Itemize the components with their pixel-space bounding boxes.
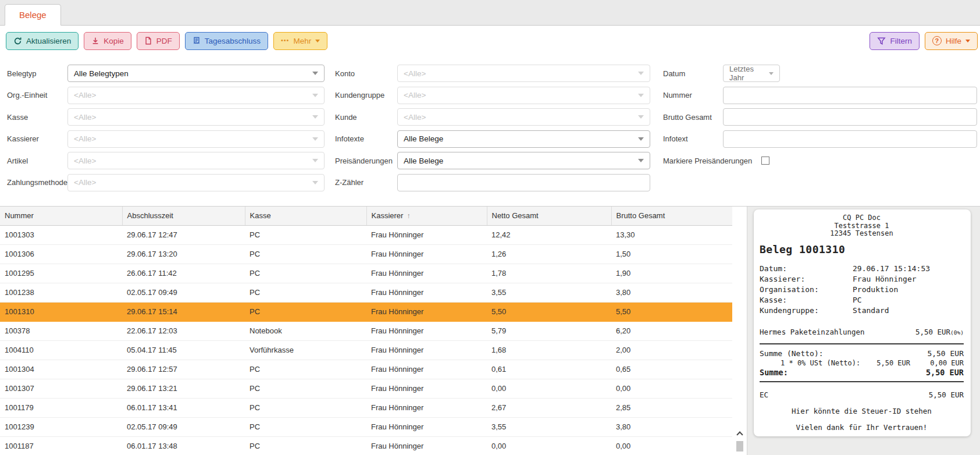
column-header-nummer[interactable]: Nummer bbox=[0, 207, 122, 225]
table-row[interactable]: 100130329.06.17 12:47PCFrau Hönninger12,… bbox=[0, 225, 732, 244]
filter-label-kunde: Kunde bbox=[335, 113, 397, 122]
table-row[interactable]: 100130629.06.17 13:20PCFrau Hönninger1,2… bbox=[0, 244, 732, 264]
filter-checkbox-markiere-preisaenderungen[interactable] bbox=[761, 157, 769, 165]
refresh-button[interactable]: Aktualisieren bbox=[6, 32, 79, 50]
filter-value-datum: Letztes Jahr bbox=[729, 65, 764, 82]
receipt-netto-row: Summe (Netto): 5,50 EUR bbox=[760, 349, 964, 358]
filter-value-zahlungsmethode: <Alle> bbox=[74, 178, 96, 187]
table-cell: 1001239 bbox=[0, 417, 122, 436]
receipt-payment-amount: 5,50 EUR bbox=[929, 390, 964, 399]
scrollbar-thumb[interactable] bbox=[736, 441, 743, 452]
table-row[interactable]: 100118706.01.17 13:48PCFrau Hönninger0,0… bbox=[0, 436, 732, 455]
filter-input-infotext[interactable] bbox=[723, 130, 977, 148]
table-row[interactable]: 100131029.06.17 15:14PCFrau Hönninger5,5… bbox=[0, 302, 732, 321]
filter-select-org-einheit[interactable]: <Alle> bbox=[67, 87, 325, 104]
help-button[interactable]: ? Hilfe bbox=[925, 32, 978, 50]
table-row[interactable]: 100411005.04.17 11:45VorführkasseFrau Hö… bbox=[0, 340, 732, 360]
receipt-ust-amount: 0,00 EUR bbox=[928, 358, 964, 368]
table-cell: 26.06.17 11:42 bbox=[122, 264, 245, 283]
table-row[interactable]: 100129526.06.17 11:42PCFrau Hönninger1,7… bbox=[0, 264, 732, 283]
table-cell: Frau Hönninger bbox=[366, 244, 487, 264]
filter-label-kasse: Kasse bbox=[7, 113, 67, 122]
filter-input-brutto-gesamt[interactable] bbox=[723, 108, 977, 126]
scroll-up-icon[interactable] bbox=[736, 431, 743, 438]
vertical-scrollbar[interactable] bbox=[735, 432, 744, 455]
receipt-footer-line: Hier könnte die Steuer-ID stehen bbox=[760, 407, 964, 415]
receipt-ust-label: 1 * 0% USt (Netto): bbox=[781, 358, 860, 368]
filter-value-belegtyp: Alle Belegtypen bbox=[74, 69, 129, 78]
receipt-detail-label: Organisation: bbox=[760, 285, 853, 295]
filter-input-z-zaehler[interactable] bbox=[397, 174, 650, 191]
filter-row-brutto-gesamt: Brutto Gesamt bbox=[663, 108, 977, 126]
column-header-netto-gesamt[interactable]: Netto Gesamt bbox=[487, 207, 611, 225]
table-header-row: Nummer Abschlusszeit Kasse Kassierer↑ Ne… bbox=[0, 207, 732, 225]
column-header-abschlusszeit[interactable]: Abschlusszeit bbox=[122, 207, 245, 225]
filter-select-kundengruppe[interactable]: <Alle> bbox=[397, 87, 650, 104]
table-body: 100130329.06.17 12:47PCFrau Hönninger12,… bbox=[0, 225, 732, 455]
table-cell: Frau Hönninger bbox=[366, 321, 487, 340]
copy-button[interactable]: Kopie bbox=[84, 32, 131, 50]
table-cell: 1001306 bbox=[0, 244, 122, 264]
column-header-kasse[interactable]: Kasse bbox=[245, 207, 366, 225]
filter-label-z-zaehler: Z-Zähler bbox=[335, 178, 397, 187]
filter-row-datum: DatumLetztes Jahr bbox=[663, 65, 977, 82]
receipt-detail-row: Datum:29.06.17 15:14:53 bbox=[760, 264, 964, 274]
filter-select-artikel[interactable]: <Alle> bbox=[67, 152, 325, 169]
filter-button[interactable]: Filtern bbox=[869, 32, 920, 50]
table-cell: 2,00 bbox=[611, 340, 732, 360]
chevron-down-icon bbox=[312, 137, 318, 141]
belege-table: Nummer Abschlusszeit Kasse Kassierer↑ Ne… bbox=[0, 207, 747, 455]
pdf-button[interactable]: PDF bbox=[137, 32, 180, 50]
filter-row-kassierer: Kassierer<Alle> bbox=[7, 130, 325, 148]
receipt-payment-label: EC bbox=[760, 390, 768, 399]
filter-select-konto[interactable]: <Alle> bbox=[397, 65, 650, 82]
filter-label-org-einheit: Org.-Einheit bbox=[7, 91, 67, 99]
chevron-down-icon bbox=[315, 40, 320, 42]
filter-select-kassierer[interactable]: <Alle> bbox=[67, 130, 325, 148]
table-row[interactable]: 100123902.05.17 09:49PCFrau Hönninger3,5… bbox=[0, 417, 732, 436]
table-cell: Frau Hönninger bbox=[366, 302, 487, 321]
table-cell: 0,61 bbox=[487, 360, 611, 379]
filter-label-belegtyp: Belegtyp bbox=[7, 69, 67, 78]
table-row[interactable]: 100123802.05.17 09:49PCFrau Hönninger3,5… bbox=[0, 283, 732, 302]
filter-row-infotext: Infotext bbox=[663, 130, 977, 148]
filter-row-artikel: Artikel<Alle> bbox=[7, 152, 325, 169]
table-row[interactable]: 100117906.01.17 13:41PCFrau Hönninger2,6… bbox=[0, 398, 732, 417]
filter-select-datum[interactable]: Letztes Jahr bbox=[723, 65, 780, 82]
table-cell: 0,00 bbox=[487, 436, 611, 455]
filter-select-infotexte[interactable]: Alle Belege bbox=[397, 130, 650, 148]
table-cell: Frau Hönninger bbox=[366, 379, 487, 398]
belege-window: Belege Aktualisieren Kopie PDF Tagesabsc… bbox=[0, 0, 980, 455]
tagesabschluss-button[interactable]: Tagesabschluss bbox=[185, 32, 268, 50]
table-row[interactable]: 100130729.06.17 13:21PCFrau Hönninger0,0… bbox=[0, 379, 732, 398]
table-row[interactable]: 10037822.06.17 12:03NotebookFrau Hönning… bbox=[0, 321, 732, 340]
receipt-detail-label: Kassierer: bbox=[760, 274, 853, 285]
filter-value-org-einheit: <Alle> bbox=[74, 91, 96, 99]
column-header-brutto-gesamt[interactable]: Brutto Gesamt bbox=[611, 207, 732, 225]
table-cell: PC bbox=[245, 264, 366, 283]
table-cell: 5,50 bbox=[611, 302, 732, 321]
receipt-ust-base: 5,50 EUR bbox=[876, 358, 910, 368]
filter-input-nummer[interactable] bbox=[723, 87, 977, 104]
table-cell: 1,26 bbox=[487, 244, 611, 264]
filter-select-belegtyp[interactable]: Alle Belegtypen bbox=[67, 65, 325, 82]
chevron-down-icon bbox=[312, 94, 318, 97]
filter-select-preisaenderungen[interactable]: Alle Belege bbox=[397, 152, 650, 169]
table-cell: 13,30 bbox=[611, 225, 732, 244]
filter-select-kunde[interactable]: <Alle> bbox=[397, 108, 650, 126]
filter-select-kasse[interactable]: <Alle> bbox=[67, 108, 325, 126]
tab-belege[interactable]: Belege bbox=[5, 4, 61, 26]
receipt-preview-panel: CQ PC DocTeststrasse 112345 Testensen Be… bbox=[747, 207, 980, 455]
table-cell: 1,78 bbox=[487, 264, 611, 283]
filter-value-kundengruppe: <Alle> bbox=[404, 91, 426, 99]
chevron-down-icon bbox=[312, 181, 318, 184]
table-cell: 29.06.17 15:14 bbox=[122, 302, 245, 321]
receipt-detail-value: 29.06.17 15:14:53 bbox=[853, 264, 930, 274]
filter-label-preisaenderungen: Preisänderungen bbox=[335, 157, 397, 165]
column-header-kassierer[interactable]: Kassierer↑ bbox=[366, 207, 487, 225]
table-row[interactable]: 100130429.06.17 12:57PCFrau Hönninger0,6… bbox=[0, 360, 732, 379]
filter-select-zahlungsmethode[interactable]: <Alle> bbox=[67, 174, 325, 191]
more-button[interactable]: ••• Mehr bbox=[273, 32, 327, 50]
table-cell: 3,80 bbox=[611, 417, 732, 436]
receipt-title: Beleg 1001310 bbox=[760, 243, 964, 255]
